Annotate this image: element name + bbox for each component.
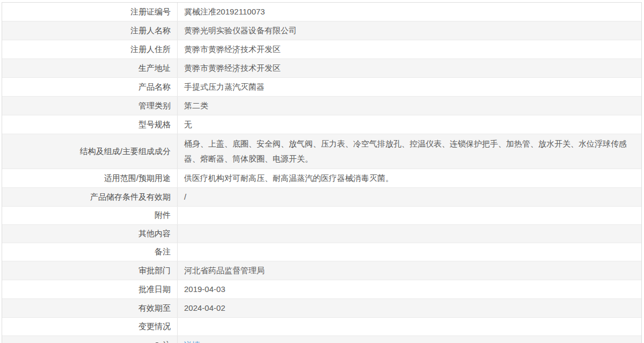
note-label: 注 bbox=[163, 340, 171, 343]
field-label: 生产地址 bbox=[2, 59, 178, 77]
field-value: / bbox=[178, 188, 641, 206]
table-row: 注册人名称 黄骅光明实验仪器设备有限公司 bbox=[2, 21, 641, 40]
field-label: 其他内容 bbox=[2, 225, 178, 243]
field-label-note: 注 bbox=[2, 336, 178, 343]
field-label: 备注 bbox=[2, 243, 178, 261]
table-row: 生产地址 黄骅市黄骅经济技术开发区 bbox=[2, 59, 641, 78]
field-label: 附件 bbox=[2, 207, 178, 224]
table-row: 产品储存条件及有效期 / bbox=[2, 188, 641, 207]
registration-info-table: 注册证编号 冀械注准20192110073 注册人名称 黄骅光明实验仪器设备有限… bbox=[2, 2, 642, 343]
table-row: 注册证编号 冀械注准20192110073 bbox=[2, 3, 641, 21]
field-value: 详情 bbox=[178, 336, 641, 343]
field-label: 批准日期 bbox=[2, 280, 178, 298]
field-value: 黄骅光明实验仪器设备有限公司 bbox=[178, 21, 641, 40]
table-row: 注 详情 bbox=[2, 336, 641, 343]
field-label: 管理类别 bbox=[2, 97, 178, 115]
field-label: 注册证编号 bbox=[2, 3, 178, 21]
field-value: 桶身、上盖、底圈、安全阀、放气阀、压力表、冷空气排放孔、控温仪表、连锁保护把手、… bbox=[178, 134, 641, 169]
table-row: 结构及组成/主要组成成分 桶身、上盖、底圈、安全阀、放气阀、压力表、冷空气排放孔… bbox=[2, 134, 641, 169]
table-row: 变更情况 bbox=[2, 318, 641, 336]
field-label: 变更情况 bbox=[2, 318, 178, 335]
field-value: 冀械注准20192110073 bbox=[178, 3, 641, 21]
field-value: 2024-04-02 bbox=[178, 299, 641, 317]
field-label: 产品名称 bbox=[2, 78, 178, 96]
field-value bbox=[178, 243, 641, 261]
field-label: 有效期至 bbox=[2, 299, 178, 317]
field-label: 适用范围/预期用途 bbox=[2, 169, 178, 187]
field-value: 手提式压力蒸汽灭菌器 bbox=[178, 78, 641, 96]
field-label: 型号规格 bbox=[2, 115, 178, 134]
field-label: 注册人住所 bbox=[2, 40, 178, 59]
field-value: 黄骅市黄骅经济技术开发区 bbox=[178, 40, 641, 59]
field-label: 审批部门 bbox=[2, 261, 178, 280]
table-row: 管理类别 第二类 bbox=[2, 97, 641, 115]
field-label: 产品储存条件及有效期 bbox=[2, 188, 178, 206]
table-row: 批准日期 2019-04-03 bbox=[2, 280, 641, 299]
field-value: 无 bbox=[178, 115, 641, 134]
field-value: 供医疗机构对可耐高压、耐高温蒸汽的医疗器械消毒灭菌。 bbox=[178, 169, 641, 187]
table-row: 附件 bbox=[2, 207, 641, 225]
registration-detail-page: 注册证编号 冀械注准20192110073 注册人名称 黄骅光明实验仪器设备有限… bbox=[0, 0, 644, 343]
field-value: 河北省药品监督管理局 bbox=[178, 261, 641, 280]
table-row: 适用范围/预期用途 供医疗机构对可耐高压、耐高温蒸汽的医疗器械消毒灭菌。 bbox=[2, 169, 641, 188]
field-value bbox=[178, 207, 641, 224]
field-label: 结构及组成/主要组成成分 bbox=[2, 134, 178, 169]
table-row: 审批部门 河北省药品监督管理局 bbox=[2, 261, 641, 280]
details-link[interactable]: 详情 bbox=[184, 338, 200, 343]
table-row: 注册人住所 黄骅市黄骅经济技术开发区 bbox=[2, 40, 641, 59]
table-row: 产品名称 手提式压力蒸汽灭菌器 bbox=[2, 78, 641, 97]
field-value: 第二类 bbox=[178, 97, 641, 115]
field-value: 2019-04-03 bbox=[178, 280, 641, 298]
field-value bbox=[178, 318, 641, 335]
field-value: 黄骅市黄骅经济技术开发区 bbox=[178, 59, 641, 77]
field-label: 注册人名称 bbox=[2, 21, 178, 40]
table-row: 其他内容 bbox=[2, 225, 641, 243]
table-row: 有效期至 2024-04-02 bbox=[2, 299, 641, 318]
table-row: 型号规格 无 bbox=[2, 115, 641, 134]
field-value bbox=[178, 225, 641, 243]
table-row: 备注 bbox=[2, 243, 641, 261]
